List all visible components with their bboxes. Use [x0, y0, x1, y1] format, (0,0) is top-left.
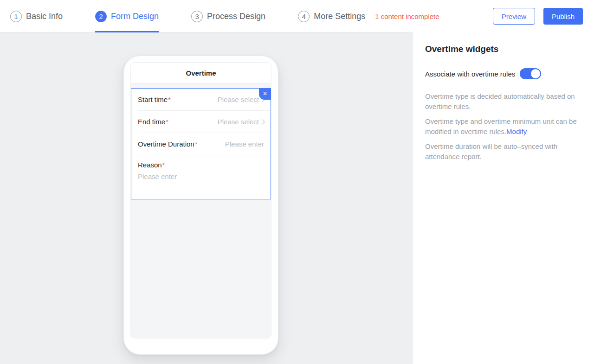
main-area: Overtime ✕ Start time* Please select End…: [0, 32, 594, 364]
field-label: Overtime Duration*: [138, 140, 198, 148]
remove-widget-button[interactable]: ✕: [259, 88, 271, 100]
step-label: Process Design: [207, 12, 265, 21]
tab-basic-info[interactable]: 1 Basic Info: [10, 0, 63, 32]
form-title-bar: Overtime: [131, 63, 271, 83]
step-number-circle: 1: [10, 11, 22, 22]
preview-button[interactable]: Preview: [493, 8, 535, 25]
toggle-label: Associate with overtime rules: [425, 70, 515, 78]
form-design-canvas: Overtime ✕ Start time* Please select End…: [0, 32, 413, 364]
required-mark: *: [166, 118, 168, 126]
step-label: Basic Info: [26, 12, 63, 21]
step-number-circle: 3: [191, 11, 203, 22]
field-label: End time*: [138, 118, 168, 126]
modify-link[interactable]: Modify: [506, 128, 527, 135]
publish-button[interactable]: Publish: [543, 8, 583, 25]
form-title: Overtime: [186, 69, 216, 77]
toggle-knob: [531, 69, 540, 78]
required-mark: *: [195, 140, 198, 148]
field-placeholder: Please enter: [225, 140, 264, 148]
note-minimum-unit: Overtime type and overtime minimum unit …: [425, 116, 582, 137]
close-icon: ✕: [263, 91, 267, 96]
field-overtime-duration[interactable]: Overtime Duration* Please enter: [131, 133, 271, 155]
field-placeholder: Please select: [218, 118, 264, 126]
tab-process-design[interactable]: 3 Process Design: [191, 0, 265, 32]
chevron-right-icon: [259, 119, 265, 124]
field-placeholder: Please enter: [138, 172, 177, 180]
field-reason[interactable]: Reason* Please enter: [131, 155, 271, 199]
associate-rules-setting: Associate with overtime rules: [425, 68, 582, 79]
note-auto-sync: Overtime duration will be auto–synced wi…: [425, 141, 582, 162]
phone-screen: Overtime ✕ Start time* Please select End…: [130, 62, 271, 338]
step-number-circle: 4: [298, 11, 310, 22]
header-actions: Preview Publish: [493, 8, 583, 25]
field-placeholder: Please select: [218, 96, 264, 103]
required-mark: *: [162, 161, 165, 169]
step-label: Form Design: [111, 12, 159, 21]
field-start-time[interactable]: Start time* Please select: [131, 89, 271, 110]
incomplete-warning: 1 content incomplete: [375, 13, 439, 20]
step-header: 1 Basic Info 2 Form Design 3 Process Des…: [0, 0, 594, 32]
field-label: Reason*: [138, 161, 165, 169]
widget-settings-panel: Overtime widgets Associate with overtime…: [413, 32, 594, 364]
panel-title: Overtime widgets: [425, 44, 582, 54]
step-label: More Settings: [314, 12, 365, 21]
associate-rules-toggle[interactable]: [520, 68, 541, 79]
required-mark: *: [168, 96, 171, 103]
phone-mockup: Overtime ✕ Start time* Please select End…: [123, 56, 278, 355]
field-label: Start time*: [138, 96, 171, 103]
tab-form-design[interactable]: 2 Form Design: [95, 0, 159, 32]
field-end-time[interactable]: End time* Please select: [131, 111, 271, 133]
note-overtime-type: Overtime type is decided automatically b…: [425, 91, 582, 112]
selected-widget-group[interactable]: ✕ Start time* Please select End time* Pl…: [131, 88, 271, 199]
tab-more-settings[interactable]: 4 More Settings: [298, 0, 365, 32]
step-number-circle: 2: [95, 11, 107, 22]
